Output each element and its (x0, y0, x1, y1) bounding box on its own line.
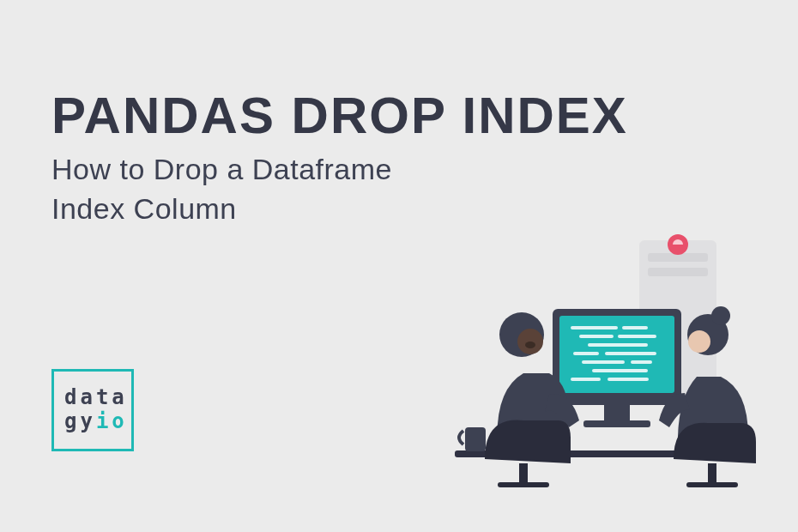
svg-rect-14 (582, 360, 625, 364)
svg-point-26 (688, 330, 710, 353)
svg-rect-8 (622, 326, 648, 329)
svg-rect-27 (708, 463, 716, 485)
svg-rect-7 (571, 326, 618, 329)
logo-line1: data (64, 386, 131, 410)
svg-rect-15 (631, 360, 652, 364)
svg-rect-28 (686, 482, 738, 487)
svg-rect-10 (618, 335, 656, 338)
logo-line2: gyio (64, 410, 131, 434)
svg-rect-23 (498, 482, 549, 487)
svg-rect-1 (648, 268, 708, 276)
svg-rect-13 (605, 352, 656, 355)
datagy-logo: data gyio (51, 369, 134, 451)
svg-rect-16 (592, 369, 648, 372)
svg-rect-9 (579, 335, 614, 338)
svg-point-21 (525, 342, 535, 348)
svg-rect-6 (583, 420, 650, 427)
svg-rect-17 (571, 378, 601, 381)
svg-rect-11 (588, 343, 648, 347)
svg-rect-12 (573, 352, 599, 355)
svg-rect-2 (465, 427, 486, 451)
svg-rect-18 (608, 378, 649, 381)
subtitle-line2: Index Column (51, 192, 237, 225)
page-title: PANDAS DROP INDEX (51, 86, 628, 145)
subtitle-line1: How to Drop a Dataframe (51, 153, 392, 185)
svg-rect-5 (604, 405, 630, 420)
svg-rect-22 (519, 463, 528, 485)
mug-icon (459, 427, 486, 451)
svg-point-25 (711, 306, 730, 325)
page-subtitle: How to Drop a Dataframe Index Column (51, 150, 392, 229)
hero-illustration (420, 206, 781, 498)
